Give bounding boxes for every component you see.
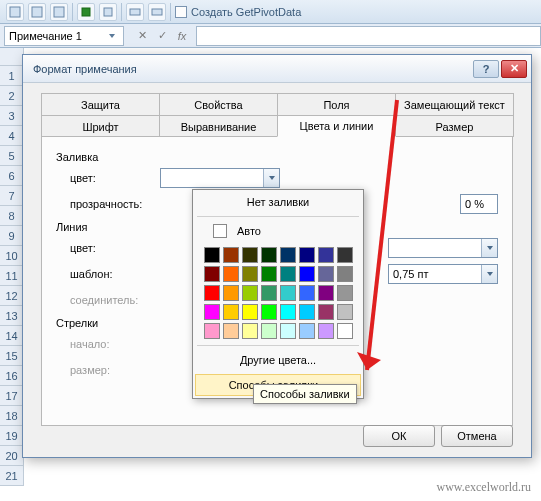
color-swatch[interactable] bbox=[280, 323, 296, 339]
getpivot-checkbox[interactable] bbox=[175, 6, 187, 18]
auto-color-item[interactable]: Авто bbox=[193, 219, 363, 243]
ribbon-icon-3[interactable] bbox=[50, 3, 68, 21]
color-swatch[interactable] bbox=[261, 304, 277, 320]
color-swatch[interactable] bbox=[261, 285, 277, 301]
name-box[interactable]: Примечание 1 bbox=[4, 26, 124, 46]
color-swatch[interactable] bbox=[280, 247, 296, 263]
enter-formula-icon[interactable]: ✓ bbox=[152, 27, 172, 45]
ribbon-icon-7[interactable] bbox=[148, 3, 166, 21]
row-header[interactable]: 14 bbox=[0, 326, 24, 346]
cancel-button[interactable]: Отмена bbox=[441, 425, 513, 447]
color-swatch[interactable] bbox=[242, 247, 258, 263]
row-header[interactable]: 3 bbox=[0, 106, 24, 126]
row-header[interactable]: 19 bbox=[0, 426, 24, 446]
formula-input[interactable] bbox=[196, 26, 541, 46]
tab-alignment[interactable]: Выравнивание bbox=[159, 115, 278, 137]
row-header[interactable]: 7 bbox=[0, 186, 24, 206]
no-fill-item[interactable]: Нет заливки bbox=[193, 190, 363, 214]
row-header[interactable]: 17 bbox=[0, 386, 24, 406]
color-swatch[interactable] bbox=[204, 304, 220, 320]
color-swatch[interactable] bbox=[223, 304, 239, 320]
row-header[interactable]: 8 bbox=[0, 206, 24, 226]
row-header[interactable]: 18 bbox=[0, 406, 24, 426]
color-swatch[interactable] bbox=[242, 323, 258, 339]
ribbon-icon-2[interactable] bbox=[28, 3, 46, 21]
tab-font[interactable]: Шрифт bbox=[41, 115, 160, 137]
color-swatch[interactable] bbox=[242, 304, 258, 320]
color-swatch[interactable] bbox=[242, 285, 258, 301]
dialog-help-button[interactable]: ? bbox=[473, 60, 499, 78]
color-swatch[interactable] bbox=[261, 323, 277, 339]
color-swatch[interactable] bbox=[204, 266, 220, 282]
color-swatch[interactable] bbox=[318, 247, 334, 263]
row-header[interactable]: 4 bbox=[0, 126, 24, 146]
color-swatch[interactable] bbox=[299, 247, 315, 263]
tab-alt-text[interactable]: Замещающий текст bbox=[395, 93, 514, 115]
color-swatch[interactable] bbox=[223, 247, 239, 263]
line-style-combo[interactable] bbox=[388, 238, 498, 258]
color-swatch[interactable] bbox=[299, 266, 315, 282]
dropdown-arrow-icon bbox=[481, 265, 497, 283]
color-swatch[interactable] bbox=[261, 266, 277, 282]
fx-area: ✕ ✓ fx bbox=[132, 26, 541, 46]
select-all-corner[interactable] bbox=[0, 48, 24, 66]
color-swatch[interactable] bbox=[280, 304, 296, 320]
name-box-dropdown[interactable] bbox=[105, 27, 119, 45]
opacity-spinner[interactable]: 0 % bbox=[460, 194, 498, 214]
auto-label: Авто bbox=[237, 225, 261, 237]
color-swatch[interactable] bbox=[261, 247, 277, 263]
ok-button[interactable]: ОК bbox=[363, 425, 435, 447]
color-swatch[interactable] bbox=[337, 323, 353, 339]
tab-properties[interactable]: Свойства bbox=[159, 93, 278, 115]
row-header[interactable]: 10 bbox=[0, 246, 24, 266]
color-swatch[interactable] bbox=[299, 304, 315, 320]
color-swatch[interactable] bbox=[204, 323, 220, 339]
row-header[interactable]: 21 bbox=[0, 466, 24, 486]
row-header[interactable]: 11 bbox=[0, 266, 24, 286]
svg-rect-2 bbox=[54, 7, 64, 17]
tab-protection[interactable]: Защита bbox=[41, 93, 160, 115]
color-swatch[interactable] bbox=[337, 285, 353, 301]
color-swatch[interactable] bbox=[204, 285, 220, 301]
fill-color-combo[interactable] bbox=[160, 168, 280, 188]
tooltip: Способы заливки bbox=[253, 384, 357, 404]
row-header[interactable]: 9 bbox=[0, 226, 24, 246]
row-header[interactable]: 1 bbox=[0, 66, 24, 86]
line-thickness-combo[interactable]: 0,75 пт bbox=[388, 264, 498, 284]
color-swatch[interactable] bbox=[337, 247, 353, 263]
ribbon-icon-1[interactable] bbox=[6, 3, 24, 21]
row-header[interactable]: 6 bbox=[0, 166, 24, 186]
ribbon-icon-4[interactable] bbox=[77, 3, 95, 21]
color-swatch[interactable] bbox=[223, 266, 239, 282]
ribbon-icon-6[interactable] bbox=[126, 3, 144, 21]
color-swatch[interactable] bbox=[337, 266, 353, 282]
color-swatch[interactable] bbox=[280, 285, 296, 301]
tab-colors-lines[interactable]: Цвета и линии bbox=[277, 115, 396, 137]
tab-size[interactable]: Размер bbox=[395, 115, 514, 137]
ribbon-icon-5[interactable] bbox=[99, 3, 117, 21]
row-header[interactable]: 16 bbox=[0, 366, 24, 386]
row-header[interactable]: 5 bbox=[0, 146, 24, 166]
color-swatch[interactable] bbox=[280, 266, 296, 282]
fx-icon[interactable]: fx bbox=[172, 27, 192, 45]
color-swatch[interactable] bbox=[299, 285, 315, 301]
row-header[interactable]: 15 bbox=[0, 346, 24, 366]
color-swatch[interactable] bbox=[223, 285, 239, 301]
color-swatch[interactable] bbox=[223, 323, 239, 339]
row-header[interactable]: 20 bbox=[0, 446, 24, 466]
tab-margins[interactable]: Поля bbox=[277, 93, 396, 115]
color-swatch[interactable] bbox=[318, 266, 334, 282]
other-colors-item[interactable]: Другие цвета... bbox=[193, 348, 363, 372]
row-header[interactable]: 12 bbox=[0, 286, 24, 306]
color-swatch[interactable] bbox=[337, 304, 353, 320]
cancel-formula-icon[interactable]: ✕ bbox=[132, 27, 152, 45]
row-header[interactable]: 2 bbox=[0, 86, 24, 106]
color-swatch[interactable] bbox=[204, 247, 220, 263]
color-swatch[interactable] bbox=[318, 285, 334, 301]
color-swatch[interactable] bbox=[299, 323, 315, 339]
color-swatch[interactable] bbox=[242, 266, 258, 282]
color-swatch[interactable] bbox=[318, 323, 334, 339]
dialog-close-button[interactable]: ✕ bbox=[501, 60, 527, 78]
row-header[interactable]: 13 bbox=[0, 306, 24, 326]
color-swatch[interactable] bbox=[318, 304, 334, 320]
